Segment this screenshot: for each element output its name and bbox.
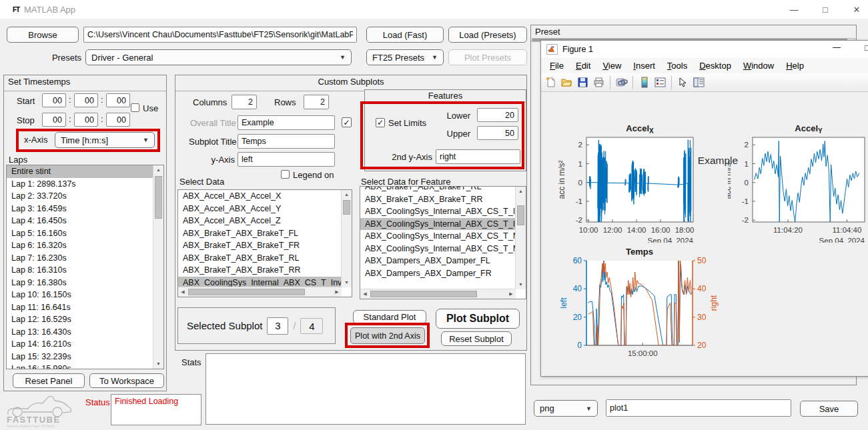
scroll-left-icon[interactable]: ◀ <box>178 287 187 297</box>
open-folder-icon[interactable] <box>560 75 574 89</box>
start-hour-input[interactable] <box>42 93 66 107</box>
legend-icon[interactable] <box>653 75 667 89</box>
list-item[interactable]: ABX_BrakeT_ABX_BrakeT_FR <box>178 239 342 252</box>
save-icon[interactable] <box>576 75 590 89</box>
menu-item[interactable]: Edit <box>570 61 596 71</box>
print-icon[interactable] <box>592 75 606 89</box>
scroll-left-icon[interactable]: ◀ <box>360 289 370 299</box>
list-item[interactable]: Lap 9: 16.380s <box>7 277 153 289</box>
overall-title-checkbox[interactable]: ✓ <box>342 117 352 127</box>
select-data-scrollbar[interactable]: ▲ ▼ <box>341 190 352 287</box>
list-item[interactable]: ABX_CoolingSys_Internal_ABX_CS_T_M <box>360 230 516 243</box>
list-item[interactable]: Lap 15: 32.239s <box>7 351 153 363</box>
list-item[interactable]: ABX_BrakeT_ABX_BrakeT_RR <box>360 193 516 206</box>
lower-input[interactable] <box>477 108 518 122</box>
figure-maximize-button[interactable]: □ <box>857 43 868 53</box>
reset-subplot-button[interactable]: Reset Subplot <box>441 331 512 346</box>
new-file-icon[interactable] <box>544 75 558 89</box>
selected-subplot-input[interactable] <box>267 317 288 335</box>
browse-button[interactable]: Browse <box>7 27 79 43</box>
plot-subplot-button[interactable]: Plot Subplot <box>436 309 520 329</box>
list-item[interactable]: Lap 8: 16.310s <box>7 264 153 277</box>
list-item[interactable]: Lap 12: 16.529s <box>7 313 153 326</box>
stop-second-input[interactable] <box>106 113 130 127</box>
list-item[interactable]: ABX_BrakeT_ABX_BrakeT_RL <box>360 186 516 193</box>
close-button[interactable]: ✕ <box>847 4 867 16</box>
scroll-right-icon[interactable]: ▶ <box>506 289 516 299</box>
list-item[interactable]: Lap 2: 33.720s <box>7 190 153 203</box>
list-item[interactable]: ABX_CoolingSys_Internal_ABX_CS_T_M <box>360 243 516 255</box>
list-item[interactable]: Lap 13: 16.430s <box>7 326 153 339</box>
list-item[interactable]: ABX_CoolingSys_Internal_ABX_CS_T_InvL <box>178 277 342 288</box>
list-item[interactable]: Lap 6: 16.320s <box>7 239 153 252</box>
upper-input[interactable] <box>477 126 518 140</box>
list-item[interactable]: ABX_Dampers_ABX_Damper_FL <box>360 255 516 267</box>
columns-input[interactable] <box>232 95 257 109</box>
second-yaxis-input[interactable] <box>436 149 520 164</box>
link-plots-icon[interactable] <box>614 75 628 89</box>
feature-data-hscrollbar[interactable]: ◀ ▶ <box>360 289 516 299</box>
scroll-down-icon[interactable]: ▼ <box>342 278 352 287</box>
scrollbar-thumb[interactable] <box>370 291 477 297</box>
subplot-title-input[interactable] <box>238 134 335 149</box>
use-checkbox[interactable] <box>131 103 139 112</box>
ft25-presets-dropdown[interactable]: FT25 Presets ▼ <box>366 49 444 65</box>
yaxis-name-input[interactable] <box>238 152 335 167</box>
reset-panel-button[interactable]: Reset Panel <box>13 373 85 388</box>
preset-dropdown[interactable]: Driver - General ▼ <box>85 49 352 65</box>
start-second-input[interactable] <box>106 93 130 107</box>
scrollbar-thumb[interactable] <box>343 200 350 215</box>
set-limits-checkbox[interactable]: ✓ <box>376 118 385 127</box>
scroll-right-icon[interactable]: ▶ <box>332 287 342 297</box>
stop-hour-input[interactable] <box>42 113 66 127</box>
edit-plot-icon[interactable] <box>676 75 690 89</box>
list-item[interactable]: Lap 1: 2898.137s <box>7 178 153 191</box>
list-item[interactable]: Lap 3: 16.459s <box>7 203 153 215</box>
feature-data-scrollbar[interactable]: ▲ ▼ <box>515 187 526 289</box>
minimize-button[interactable]: — <box>784 4 804 16</box>
menu-item[interactable]: Help <box>780 61 810 71</box>
list-item[interactable]: Lap 7: 16.230s <box>7 252 153 265</box>
list-item[interactable]: ABX_CoolingSys_Internal_ABX_CS_T_Inv <box>360 218 516 231</box>
scroll-down-icon[interactable]: ▼ <box>153 359 163 369</box>
menu-item[interactable]: Insert <box>627 61 661 71</box>
colorbar-icon[interactable] <box>637 75 651 89</box>
scrollbar-thumb[interactable] <box>517 205 524 225</box>
scroll-up-icon[interactable]: ▲ <box>342 190 352 199</box>
load-fast-button[interactable]: Load (Fast) <box>366 27 444 43</box>
maximize-button[interactable]: □ <box>815 4 835 16</box>
scrollbar-thumb[interactable] <box>155 176 162 219</box>
menu-item[interactable]: View <box>596 61 627 71</box>
list-item[interactable]: ABX_CoolingSys_Internal_ABX_CS_T_Inv <box>360 205 516 218</box>
plot-presets-button[interactable]: Plot Presets <box>448 49 527 65</box>
scroll-up-icon[interactable]: ▲ <box>153 165 163 175</box>
scroll-up-icon[interactable]: ▲ <box>516 187 526 196</box>
scroll-down-icon[interactable]: ▼ <box>516 280 526 289</box>
list-item[interactable]: Lap 16: 15.980s <box>7 363 153 369</box>
scrollbar-thumb[interactable] <box>188 289 305 295</box>
menu-item[interactable]: File <box>544 61 570 71</box>
list-item[interactable]: ABX_Accel_ABX_Accel_Y <box>178 203 342 215</box>
start-minute-input[interactable] <box>74 93 98 107</box>
menu-item[interactable]: Tools <box>661 61 693 71</box>
list-item[interactable]: Lap 5: 16.160s <box>7 227 153 240</box>
select-data-hscrollbar[interactable]: ◀ ▶ <box>178 287 342 297</box>
list-item[interactable]: ABX_BrakeT_ABX_BrakeT_FL <box>178 227 342 240</box>
list-item[interactable]: Lap 4: 16.450s <box>7 215 153 227</box>
path-input[interactable] <box>83 27 357 43</box>
list-item[interactable]: ABX_BrakeT_ABX_BrakeT_RL <box>178 252 342 265</box>
list-item[interactable]: Entire stint <box>7 165 153 178</box>
xaxis-dropdown[interactable]: Time [h:m:s] ▼ <box>55 132 155 148</box>
menu-item[interactable]: Desktop <box>693 61 737 71</box>
list-item[interactable]: ABX_Dampers_ABX_Damper_FR <box>360 267 516 280</box>
list-item[interactable]: ABX_Accel_ABX_Accel_X <box>178 190 342 203</box>
list-item[interactable]: Lap 11: 16.641s <box>7 301 153 314</box>
format-dropdown[interactable]: png ▼ <box>534 400 598 417</box>
list-item[interactable]: ABX_BrakeT_ABX_BrakeT_RR <box>178 264 342 277</box>
rows-input[interactable] <box>304 95 329 109</box>
stop-minute-input[interactable] <box>74 113 98 127</box>
save-button[interactable]: Save <box>800 401 858 417</box>
plot-2nd-axis-button[interactable]: Plot with 2nd Axis <box>350 327 425 344</box>
list-item[interactable]: Lap 10: 16.150s <box>7 289 153 301</box>
filename-input[interactable] <box>606 399 791 417</box>
